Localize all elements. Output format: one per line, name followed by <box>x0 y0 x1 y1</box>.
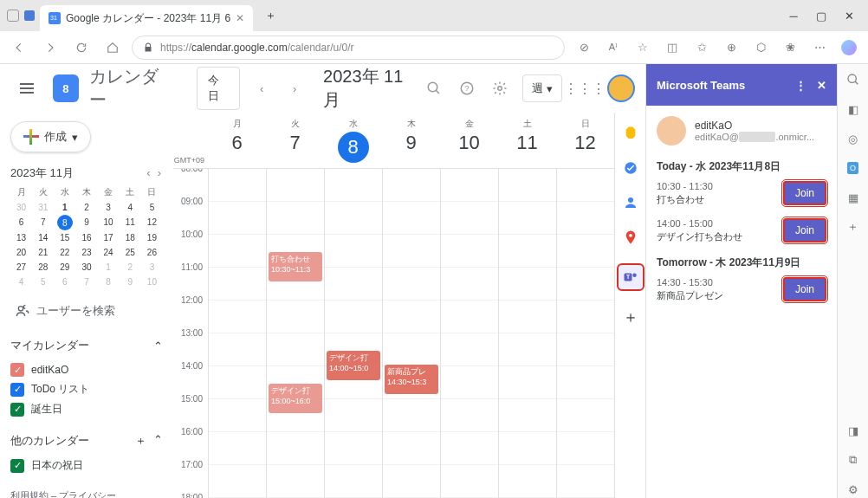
mini-day[interactable]: 12 <box>141 215 163 230</box>
search-users-input[interactable]: ユーザーを検索 <box>10 298 163 324</box>
extensions-icon[interactable]: ⬡ <box>748 36 773 60</box>
edge-outlook-icon[interactable]: O <box>845 159 862 177</box>
mini-day[interactable]: 2 <box>75 200 97 215</box>
read-aloud-icon[interactable]: A⁾ <box>601 36 625 60</box>
view-selector[interactable]: 週▾ <box>522 74 562 102</box>
search-icon[interactable] <box>424 78 444 99</box>
mini-day[interactable]: 31 <box>32 200 54 215</box>
profile-icon[interactable] <box>7 10 19 22</box>
copilot-icon[interactable] <box>837 36 861 60</box>
mini-day[interactable]: 21 <box>32 245 54 260</box>
edge-panel-icon[interactable]: ◨ <box>845 422 862 439</box>
mini-day[interactable]: 19 <box>141 230 163 245</box>
mini-day[interactable]: 8 <box>98 275 120 289</box>
edge-shopping-icon[interactable]: ◎ <box>845 130 862 147</box>
mini-day[interactable]: 1 <box>54 200 75 215</box>
teams-addon-icon[interactable]: T <box>617 263 645 291</box>
account-avatar[interactable] <box>607 74 635 102</box>
workspaces-icon[interactable] <box>24 10 35 21</box>
mini-day[interactable]: 30 <box>75 260 97 275</box>
day-column[interactable]: 打ち合わせ10:30~11:3デザイン打15:00~16:0 <box>266 169 324 498</box>
browser-tab[interactable]: Google カレンダー - 2023年 11月 6 ✕ <box>40 5 253 31</box>
calendar-event[interactable]: デザイン打14:00~15:0 <box>327 351 380 380</box>
favorites-bar-icon[interactable]: ✩ <box>690 36 714 60</box>
calendar-event[interactable]: 打ち合わせ10:30~11:3 <box>269 252 322 281</box>
add-calendar-icon[interactable]: ＋ <box>135 433 146 449</box>
other-calendars-header[interactable]: 他のカレンダー ＋⌃ <box>10 433 163 449</box>
mini-day[interactable]: 6 <box>10 215 32 230</box>
day-header[interactable]: 木9 <box>382 113 440 168</box>
calendar-item[interactable]: ✓editKaO <box>10 360 163 379</box>
day-column[interactable]: 新商品プレ14:30~15:3 <box>382 169 440 498</box>
day-column[interactable] <box>556 169 614 498</box>
checkbox-icon[interactable]: ✓ <box>10 403 24 417</box>
mini-day[interactable]: 2 <box>120 260 141 275</box>
mini-calendar[interactable]: 月火水木金土日 30311234567891011121314151617181… <box>10 186 163 289</box>
collections-icon[interactable]: ⊕ <box>719 36 743 60</box>
contacts-icon[interactable] <box>622 194 639 211</box>
mini-next-button[interactable]: › <box>156 165 163 181</box>
day-header[interactable]: 火7 <box>266 113 324 168</box>
teams-menu-icon[interactable]: ⋮ <box>795 79 806 92</box>
mini-day[interactable]: 28 <box>32 260 54 275</box>
mini-day[interactable]: 9 <box>120 275 141 289</box>
edge-tools-icon[interactable]: ◧ <box>845 100 862 118</box>
calendar-event[interactable]: デザイン打15:00~16:0 <box>269 384 322 413</box>
tasks-icon[interactable] <box>622 159 639 177</box>
create-button[interactable]: 作成 ▾ <box>10 121 91 152</box>
mini-day[interactable]: 7 <box>75 275 97 289</box>
mini-day[interactable]: 7 <box>32 215 54 230</box>
mini-day[interactable]: 1 <box>98 260 120 275</box>
window-minimize-icon[interactable]: ─ <box>788 10 799 21</box>
window-maximize-icon[interactable]: ▢ <box>816 10 826 21</box>
mini-day[interactable]: 10 <box>141 275 163 289</box>
edge-settings-icon[interactable]: ⚙ <box>845 481 862 498</box>
main-menu-button[interactable] <box>10 71 42 106</box>
url-input[interactable]: https://calendar.google.com/calendar/u/0… <box>132 36 565 60</box>
favorite-icon[interactable]: ☆ <box>631 36 655 60</box>
calendar-event[interactable]: 新商品プレ14:30~15:3 <box>385 365 438 394</box>
my-calendars-header[interactable]: マイカレンダー ⌃ <box>10 338 163 353</box>
mini-prev-button[interactable]: ‹ <box>145 165 152 181</box>
mini-day[interactable]: 13 <box>10 230 32 245</box>
day-column[interactable]: デザイン打14:00~15:0 <box>324 169 382 498</box>
add-addon-icon[interactable]: ＋ <box>622 308 639 326</box>
mini-day[interactable]: 10 <box>98 215 120 230</box>
mini-day[interactable]: 5 <box>141 200 163 215</box>
checkbox-icon[interactable]: ✓ <box>10 363 24 377</box>
day-column[interactable] <box>208 169 266 498</box>
calendar-item[interactable]: ✓ToDo リスト <box>10 379 163 399</box>
mini-day[interactable]: 30 <box>10 200 32 215</box>
mini-day[interactable]: 27 <box>10 260 32 275</box>
day-header[interactable]: 水8 <box>324 113 382 168</box>
next-week-button[interactable]: › <box>283 76 306 100</box>
prev-week-button[interactable]: ‹ <box>250 76 273 100</box>
mini-day[interactable]: 24 <box>98 245 120 260</box>
mini-day[interactable]: 17 <box>98 230 120 245</box>
tab-close-icon[interactable]: ✕ <box>236 12 244 24</box>
checkbox-icon[interactable]: ✓ <box>10 459 24 473</box>
calendar-item[interactable]: ✓日本の祝日 <box>10 456 163 475</box>
mini-day[interactable]: 15 <box>54 230 75 245</box>
performance-icon[interactable]: ❀ <box>778 36 802 60</box>
apps-icon[interactable]: ⋮⋮⋮ <box>574 78 595 99</box>
join-button[interactable]: Join <box>783 218 826 243</box>
join-button[interactable]: Join <box>783 181 826 205</box>
tracking-icon[interactable]: ⊘ <box>572 36 596 60</box>
keep-icon[interactable] <box>622 125 639 142</box>
mini-day[interactable]: 22 <box>54 245 75 260</box>
day-column[interactable] <box>440 169 498 498</box>
join-button[interactable]: Join <box>783 277 826 301</box>
edge-add-icon[interactable]: ＋ <box>845 218 862 236</box>
mini-day[interactable]: 26 <box>141 245 163 260</box>
refresh-button[interactable] <box>69 36 94 60</box>
day-header[interactable]: 月6 <box>208 113 266 168</box>
mini-day[interactable]: 4 <box>120 200 141 215</box>
split-icon[interactable]: ◫ <box>660 36 684 60</box>
day-column[interactable] <box>498 169 556 498</box>
mini-day[interactable]: 16 <box>75 230 97 245</box>
mini-day[interactable]: 3 <box>98 200 120 215</box>
back-button[interactable] <box>7 36 31 60</box>
day-header[interactable]: 金10 <box>440 113 498 168</box>
edge-image-icon[interactable]: ▦ <box>845 189 862 206</box>
